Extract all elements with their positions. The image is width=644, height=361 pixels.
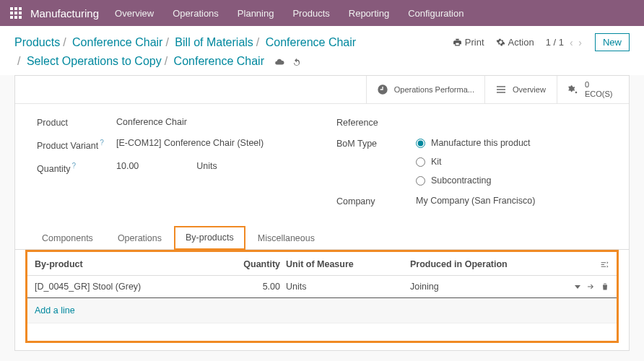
header-uom: Unit of Measure	[280, 259, 410, 269]
list-icon	[495, 84, 507, 95]
label-bom-type: BoM Type	[336, 138, 416, 149]
breadcrumb-bar: Products/ Conference Chair/ Bill of Mate…	[0, 26, 644, 75]
value-quantity-uom[interactable]: Units	[196, 161, 217, 171]
tab-by-products[interactable]: By-products	[174, 226, 245, 250]
trash-icon[interactable]	[601, 282, 609, 291]
nav-overview[interactable]: Overview	[115, 8, 154, 19]
breadcrumb-actions: Print Action 1 / 1 ‹ › New	[453, 33, 630, 51]
value-product[interactable]: Conference Chair	[116, 117, 187, 127]
label-variant: Product Variant?	[37, 138, 116, 151]
value-variant[interactable]: [E-COM12] Conference Chair (Steel)	[116, 138, 264, 148]
gears-icon	[567, 84, 579, 95]
blank-area	[27, 323, 617, 341]
stat-eco-label: ECO(S)	[585, 90, 613, 98]
table-header: By-product Quantity Unit of Measure Prod…	[27, 252, 617, 276]
cloud-icon[interactable]	[274, 57, 284, 67]
table-row[interactable]: [D_0045_GR] Stool (Grey) 5.00 Units	[27, 276, 617, 298]
nav-operations[interactable]: Operations	[173, 8, 219, 19]
crumb-select-ops[interactable]: Select Operations to Copy	[27, 55, 162, 67]
crumb-products[interactable]: Products	[14, 36, 60, 48]
cell-uom[interactable]: Units	[280, 282, 410, 292]
breadcrumb: Products/ Conference Chair/ Bill of Mate…	[14, 33, 356, 71]
label-reference: Reference	[336, 117, 416, 128]
cell-operation[interactable]	[410, 282, 575, 292]
tab-miscellaneous[interactable]: Miscellaneous	[245, 226, 327, 250]
gear-icon	[496, 38, 505, 47]
nav-products[interactable]: Products	[292, 8, 329, 19]
top-nav: Manufacturing Overview Operations Planni…	[0, 0, 644, 26]
stat-buttons: Operations Performa... Overview 0ECO(S)	[15, 76, 629, 104]
new-button[interactable]: New	[595, 33, 630, 51]
header-operation: Produced in Operation	[410, 259, 566, 269]
form-body: Product Conference Chair Product Variant…	[15, 104, 629, 222]
stat-overview[interactable]: Overview	[484, 76, 557, 103]
crumb-bom[interactable]: Bill of Materials	[175, 36, 253, 48]
byproducts-table: By-product Quantity Unit of Measure Prod…	[25, 250, 619, 343]
crumb-conference-chair-1[interactable]: Conference Chair	[72, 36, 162, 48]
form-sheet: Operations Performa... Overview 0ECO(S) …	[14, 75, 630, 351]
stat-ecos[interactable]: 0ECO(S)	[557, 76, 629, 103]
tab-operations[interactable]: Operations	[105, 226, 174, 250]
nav-reporting[interactable]: Reporting	[349, 8, 389, 19]
operation-input[interactable]	[410, 282, 511, 292]
print-label: Print	[465, 37, 484, 48]
label-company: Company	[336, 196, 416, 206]
header-byproduct: By-product	[35, 259, 237, 269]
stat-eco-count: 0	[585, 80, 589, 89]
action-button[interactable]: Action	[496, 37, 534, 48]
stat-overview-label: Overview	[513, 85, 546, 94]
label-quantity: Quantity?	[37, 161, 116, 174]
radio-manufacture[interactable]: Manufacture this product	[416, 138, 531, 148]
pager-prev[interactable]: ‹	[568, 37, 575, 48]
print-icon	[453, 38, 462, 47]
cell-product[interactable]: [D_0045_GR] Stool (Grey)	[35, 282, 237, 292]
undo-icon[interactable]	[292, 57, 302, 67]
radio-kit[interactable]: Kit	[416, 157, 531, 167]
value-company[interactable]: My Company (San Francisco)	[416, 196, 535, 206]
crumb-conference-chair-2[interactable]: Conference Chair	[266, 36, 356, 48]
nav-planning[interactable]: Planning	[238, 8, 274, 19]
tabs: Components Operations By-products Miscel…	[15, 225, 629, 250]
pager: 1 / 1 ‹ ›	[546, 37, 583, 48]
brand[interactable]: Manufacturing	[30, 7, 99, 19]
dropdown-caret-icon[interactable]	[575, 285, 580, 289]
clock-icon	[377, 84, 388, 95]
pager-next[interactable]: ›	[577, 37, 583, 48]
crumb-conference-chair-3[interactable]: Conference Chair	[174, 55, 264, 67]
label-product: Product	[37, 117, 116, 128]
tab-components[interactable]: Components	[30, 226, 105, 250]
print-button[interactable]: Print	[453, 37, 484, 48]
pager-text: 1 / 1	[546, 37, 564, 48]
header-quantity: Quantity	[237, 259, 280, 269]
stat-operations-performance[interactable]: Operations Performa...	[366, 76, 484, 103]
stat-ops-label: Operations Performa...	[394, 85, 474, 94]
nav-configuration[interactable]: Configuration	[408, 8, 464, 19]
radio-subcontracting[interactable]: Subcontracting	[416, 175, 531, 186]
action-label: Action	[508, 37, 534, 48]
apps-icon[interactable]	[10, 7, 22, 19]
value-quantity[interactable]: 10.00	[116, 161, 139, 171]
arrow-right-icon[interactable]	[586, 282, 595, 291]
adjust-icon[interactable]	[600, 260, 609, 269]
bom-type-radio-group: Manufacture this product Kit Subcontract…	[416, 138, 531, 186]
cell-qty[interactable]: 5.00	[237, 282, 280, 292]
add-line[interactable]: Add a line	[27, 298, 617, 323]
